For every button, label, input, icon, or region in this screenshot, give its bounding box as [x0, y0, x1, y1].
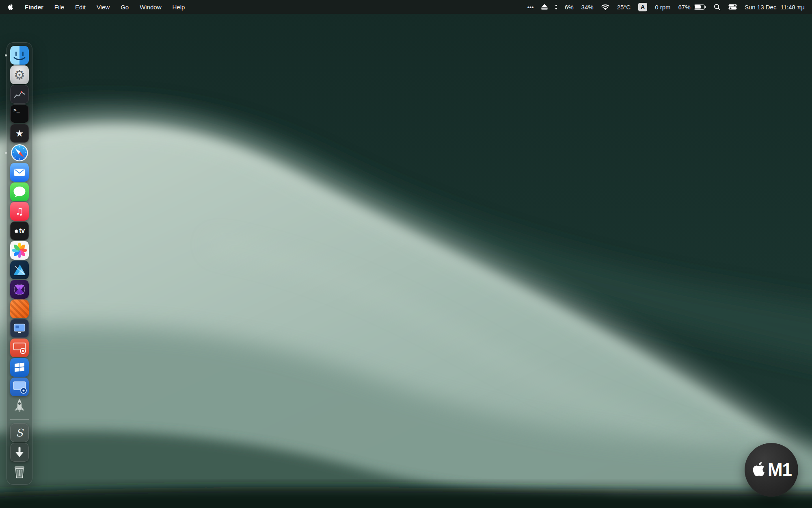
trash-icon [10, 462, 29, 481]
dock-item-finder[interactable] [10, 46, 29, 65]
menu-bar: Finder File Edit View Go Window Help •••… [0, 0, 812, 14]
chip-label: M1 [768, 460, 792, 480]
dock-item-photos[interactable] [10, 241, 29, 260]
menu-edit[interactable]: Edit [75, 4, 86, 11]
download-arrow-icon [10, 443, 29, 462]
dock-item-windows-app[interactable] [10, 358, 29, 377]
affinity-publisher-stripes-icon [10, 300, 29, 318]
s-logo-icon: S [10, 423, 29, 442]
m1-chip-badge: M1 [745, 443, 798, 497]
app-menu-finder[interactable]: Finder [25, 4, 43, 11]
battery-icon[interactable] [694, 4, 706, 10]
photos-pinwheel-icon [10, 241, 29, 260]
dock-separator [10, 419, 29, 420]
desktop: Finder File Edit View Go Window Help •••… [0, 0, 812, 508]
wifi-icon[interactable] [601, 4, 609, 10]
menu-window[interactable]: Window [140, 4, 161, 11]
dock-item-system-settings[interactable]: ⚙ [10, 65, 29, 84]
running-indicator [5, 54, 7, 56]
dock-item-affinity-photo[interactable] [10, 280, 29, 299]
finder-icon [10, 46, 29, 65]
dock-item-screen-sharing-app[interactable] [10, 378, 29, 396]
menubar-date[interactable]: Sun 13 Dec [745, 4, 776, 11]
apple-logo-icon [751, 460, 767, 479]
dock: ⚙ >_ ★ [6, 42, 32, 485]
menu-go[interactable]: Go [121, 4, 129, 11]
apple-logo-icon [14, 228, 19, 234]
affinity-photo-hourglass-icon [10, 280, 29, 299]
monitor-icon [10, 319, 29, 338]
dock-item-vm-monitor-app[interactable] [10, 319, 29, 338]
input-source-indicator[interactable]: A [638, 3, 647, 11]
apple-tv-icon: tv [10, 221, 29, 240]
dock-item-downloads[interactable] [10, 443, 29, 462]
affinity-designer-triangle-icon [10, 261, 29, 279]
cpu-usage[interactable]: 6% [565, 4, 574, 11]
battery-percent[interactable]: 67% [678, 4, 690, 11]
envelope-icon [10, 163, 29, 182]
stats-graph-icon [10, 85, 29, 104]
dock-item-trash[interactable] [10, 462, 29, 481]
eject-icon[interactable] [541, 4, 548, 10]
dock-item-music[interactable]: ♫ [10, 202, 29, 221]
fan-speed[interactable]: 0 rpm [655, 4, 670, 11]
dock-item-rocket-launcher[interactable] [10, 397, 29, 416]
gear-icon: ⚙ [10, 65, 29, 84]
dock-item-remote-desktop-app[interactable] [10, 339, 29, 357]
dock-item-affinity-designer[interactable] [10, 261, 29, 279]
dock-item-apple-tv[interactable]: tv [10, 221, 29, 240]
screen-share-icon [10, 378, 29, 396]
control-center-icon[interactable] [728, 4, 737, 10]
speech-bubble-icon [10, 182, 29, 201]
menu-file[interactable]: File [54, 4, 64, 11]
menubar-overflow-dots[interactable]: ••• [527, 4, 534, 11]
menu-view[interactable]: View [97, 4, 110, 11]
dock-item-star-app[interactable]: ★ [10, 124, 29, 143]
running-indicator [5, 152, 7, 154]
apple-menu[interactable] [7, 3, 14, 11]
terminal-icon: >_ [10, 104, 29, 123]
rocket-icon [10, 397, 29, 416]
dock-item-mail[interactable] [10, 163, 29, 182]
dock-item-safari[interactable] [10, 143, 29, 162]
apple-logo-icon [7, 3, 14, 11]
menubar-time[interactable]: 11:48 πμ [780, 4, 805, 11]
safari-compass-icon [10, 143, 29, 162]
dock-item-terminal[interactable]: >_ [10, 104, 29, 123]
remote-screen-icon [10, 339, 29, 357]
music-note-icon: ♫ [10, 202, 29, 221]
dock-item-s-logo-app[interactable]: S [10, 423, 29, 442]
temperature-reading[interactable]: 25°C [617, 4, 631, 11]
spotlight-search-icon[interactable] [714, 4, 721, 11]
menu-help[interactable]: Help [173, 4, 185, 11]
star-icon: ★ [10, 124, 29, 143]
desktop-wallpaper [0, 0, 812, 508]
dock-item-stats-app[interactable] [10, 85, 29, 104]
dock-item-messages[interactable] [10, 182, 29, 201]
windows-logo-icon [10, 358, 29, 377]
menu-extra-dots-icon[interactable] [555, 5, 557, 9]
memory-usage[interactable]: 34% [581, 4, 594, 11]
dock-item-affinity-publisher[interactable] [10, 300, 29, 318]
